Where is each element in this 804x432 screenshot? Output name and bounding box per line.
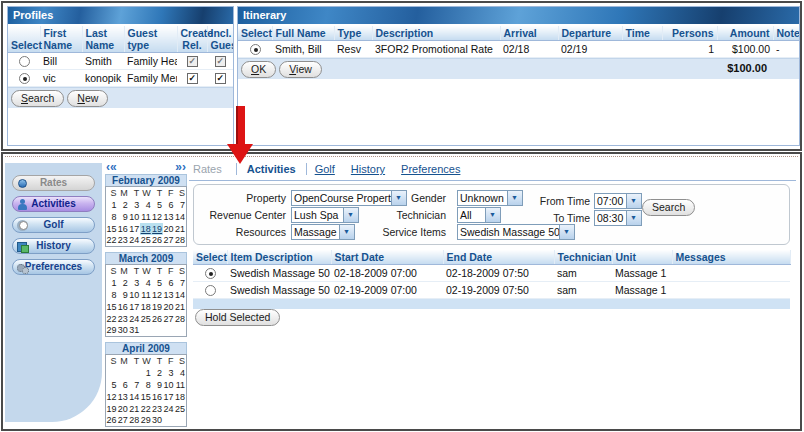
calendar-day[interactable]: 2 [117,199,128,211]
calendar-day[interactable]: 27 [117,415,128,427]
calendar-day[interactable]: 16 [117,223,128,235]
calendar-day[interactable]: 18 [140,223,151,235]
calendar-day[interactable]: 13 [117,391,128,403]
dropdown-arrow-icon[interactable] [507,191,522,205]
dropdown-arrow-icon[interactable] [559,225,574,239]
calendar-day[interactable]: 23 [152,403,163,415]
sidebar-item-preferences[interactable]: Preferences [12,259,95,275]
calendar-day[interactable]: 19 [152,223,163,235]
calendar-day[interactable]: 18 [140,301,151,313]
calendar-day[interactable]: 5 [152,199,163,211]
calendar-day[interactable]: 26 [106,415,118,427]
calendar-day[interactable]: 20 [163,301,174,313]
calendar-day[interactable]: 9 [117,211,128,223]
calendar-day[interactable]: 17 [129,301,140,313]
calendar-day[interactable]: 7 [129,379,140,391]
calendar-day[interactable]: 15 [106,223,118,235]
calendar-day[interactable]: 19 [106,403,118,415]
sidebar-item-activities[interactable]: Activities [12,196,95,212]
calendar-day[interactable]: 30 [152,415,163,427]
calendar-day[interactable]: 26 [152,313,163,325]
calendar-day[interactable]: 15 [106,301,118,313]
calendar-day[interactable]: 13 [163,289,174,301]
create-rel-checkbox[interactable] [187,73,198,84]
results-row-radio[interactable] [205,285,216,296]
results-row-radio[interactable] [205,268,216,279]
view-button[interactable]: View [279,61,322,78]
calendar-day[interactable]: 13 [163,211,174,223]
calendar-day[interactable]: 18 [175,391,187,403]
calendar-day[interactable]: 12 [106,391,118,403]
calendar-day[interactable]: 9 [152,379,163,391]
calendar-day[interactable]: 28 [129,415,140,427]
calendar-day[interactable]: 8 [140,379,151,391]
calendar-day[interactable]: 3 [129,199,140,211]
service-items-select[interactable]: Swedish Massage 50 [457,224,575,240]
calendar-day[interactable]: 4 [140,199,151,211]
search-activities-button[interactable]: Search [642,199,695,216]
calendar-day[interactable]: 27 [163,235,174,247]
calendar-day[interactable]: 7 [175,199,187,211]
calendar-day[interactable]: 22 [106,235,118,247]
calendar-day[interactable]: 31 [129,325,140,337]
calendar-day[interactable]: 30 [117,325,128,337]
calendar-next-icon[interactable]: »› [175,162,186,173]
itinerary-row-radio[interactable] [250,44,261,55]
ok-button[interactable]: OK [241,61,276,78]
dropdown-arrow-icon[interactable] [626,211,641,225]
tab-history[interactable]: History [351,163,385,175]
calendar-day[interactable]: 20 [163,223,174,235]
calendar-day[interactable]: 10 [129,211,140,223]
calendar-day[interactable]: 1 [106,199,118,211]
calendar-day[interactable]: 6 [163,277,174,289]
calendar-day[interactable]: 16 [152,391,163,403]
calendar-day[interactable]: 6 [163,199,174,211]
calendar-day[interactable]: 22 [106,313,118,325]
from-time-select[interactable]: 07:00 [594,193,642,209]
calendar-day[interactable]: 21 [175,223,187,235]
calendar-day[interactable]: 2 [117,277,128,289]
hold-selected-button[interactable]: Hold Selected [195,309,280,326]
calendar-day[interactable]: 7 [175,277,187,289]
dropdown-arrow-icon[interactable] [485,208,500,222]
calendar-day[interactable]: 3 [163,367,174,379]
calendar-day[interactable]: 27 [163,313,174,325]
calendar-day[interactable]: 2 [152,367,163,379]
calendar-day[interactable]: 28 [175,313,187,325]
calendar-day[interactable]: 10 [129,289,140,301]
calendar-day[interactable]: 10 [163,379,174,391]
calendar-day[interactable]: 11 [140,211,151,223]
calendar-day[interactable]: 11 [140,289,151,301]
calendar-day[interactable]: 3 [129,277,140,289]
calendar-day[interactable]: 17 [129,223,140,235]
tab-activities[interactable]: Activities [236,163,307,175]
calendar-day[interactable]: 20 [117,403,128,415]
new-button[interactable]: New [67,90,108,107]
calendar-day[interactable]: 17 [163,391,174,403]
calendar-day[interactable]: 25 [140,313,151,325]
calendar-day[interactable]: 12 [152,289,163,301]
calendar-day[interactable]: 8 [106,289,118,301]
sidebar-item-history[interactable]: History [12,238,95,254]
calendar-day[interactable]: 11 [175,379,187,391]
calendar-day[interactable]: 4 [140,277,151,289]
calendar-day[interactable]: 1 [140,367,151,379]
dropdown-arrow-icon[interactable] [339,225,354,239]
tab-preferences[interactable]: Preferences [401,163,460,175]
calendar-day[interactable]: 26 [152,235,163,247]
tab-golf[interactable]: Golf [315,163,335,175]
calendar-day[interactable]: 15 [140,391,151,403]
calendar-day[interactable]: 22 [140,403,151,415]
technician-select[interactable]: All [457,207,501,223]
sidebar-item-golf[interactable]: Golf [12,217,95,233]
resources-select[interactable]: Massage [291,224,355,240]
gender-select[interactable]: Unknown [457,190,523,206]
calendar-day[interactable]: 9 [117,289,128,301]
calendar-day[interactable]: 14 [175,289,187,301]
calendar-day[interactable]: 6 [117,379,128,391]
calendar-day[interactable]: 8 [106,211,118,223]
calendar-day[interactable]: 1 [106,277,118,289]
calendar-day[interactable]: 23 [117,313,128,325]
calendar-day[interactable]: 23 [117,235,128,247]
calendar-day[interactable]: 29 [106,325,118,337]
